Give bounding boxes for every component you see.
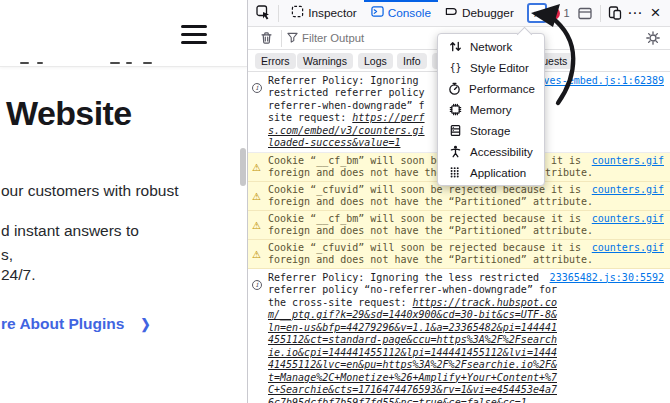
tab-console[interactable]: Console xyxy=(364,0,438,27)
source-link[interactable]: 23365482.js:30:5592 xyxy=(550,272,664,283)
warning-icon: ⚠ xyxy=(252,156,261,175)
filter-tab-errors[interactable]: Errors xyxy=(255,53,296,69)
clipped-nav-text xyxy=(110,62,120,64)
console-message-line: 6c7b95dcfbf7b59f7fd55&nc=true&ce=false&c… xyxy=(268,397,664,403)
menu-item-label: Accessibility xyxy=(470,146,533,158)
request-url[interactable]: C+Searchie&cts=1716474476593&rv=1&vi=e45… xyxy=(268,384,557,395)
menu-item-network[interactable]: Network xyxy=(438,36,544,57)
page-text-line: d instant answers to xyxy=(1,222,139,240)
console-message-line: C+Searchie&cts=1716474476593&rv=1&vi=e45… xyxy=(268,384,664,397)
menu-item-label: Storage xyxy=(470,125,510,137)
request-url[interactable]: ie.io&cpi=144441455112&lpi=144441455112&… xyxy=(268,347,557,358)
console-message-line: ie.io&cpi=144441455112&lpi=144441455112&… xyxy=(268,347,664,360)
more-tabs-button[interactable]: » xyxy=(527,3,548,23)
network-icon xyxy=(448,40,462,53)
console-warning-message: ⚠Cookie “__cf_bm” will soon be rejected … xyxy=(248,211,670,240)
clipped-nav-text xyxy=(37,62,43,64)
request-url[interactable]: https://track.hubspot.co xyxy=(413,297,558,308)
debugger-icon xyxy=(445,5,458,21)
console-warning-message: ⚠Cookie “_cfuvid” will soon be rejected … xyxy=(248,182,670,211)
split-console-icon[interactable] xyxy=(576,2,595,24)
hamburger-menu-icon[interactable] xyxy=(181,25,207,44)
menu-item-memory[interactable]: Memory xyxy=(438,99,544,120)
divider xyxy=(600,5,601,22)
tab-label: Inspector xyxy=(308,6,357,20)
error-count-badge[interactable]: ! 1 xyxy=(547,7,569,20)
website-page: Website our customers with robust d inst… xyxy=(0,0,247,403)
page-text-line: our customers with robust xyxy=(1,182,178,200)
more-about-plugins-link[interactable]: re About Plugins ❯ xyxy=(1,315,151,333)
source-link[interactable]: counters.gif xyxy=(592,184,664,195)
style-editor-icon: {} xyxy=(448,61,462,74)
menu-item-style-editor[interactable]: {}Style Editor xyxy=(438,57,544,78)
more-tools-dropdown: Network{}Style EditorPerformanceMemorySt… xyxy=(437,33,545,186)
devtools-toolbar: Inspector Console Debugger xyxy=(248,0,670,27)
responsive-design-icon[interactable] xyxy=(606,2,625,24)
warning-icon: ⚠ xyxy=(252,243,261,262)
node-picker-icon[interactable] xyxy=(254,2,273,24)
request-url[interactable]: t=Manage%2C+Monetize+%26+Amplify+Your+Co… xyxy=(268,372,557,383)
menu-item-accessibility[interactable]: Accessibility xyxy=(438,141,544,162)
request-url[interactable]: 6c7b95dcfbf7b59f7fd55&nc=true&ce=false&c… xyxy=(268,397,527,403)
clipped-nav-text xyxy=(126,62,132,64)
warning-icon: ⚠ xyxy=(252,185,261,204)
page-header xyxy=(0,0,247,67)
close-devtools-icon[interactable]: × xyxy=(646,2,665,24)
inspector-icon xyxy=(291,5,304,21)
console-message-line: foreign and does not have the “Partition… xyxy=(268,225,664,238)
error-icon: ! xyxy=(547,7,560,20)
source-link[interactable]: counters.gif xyxy=(592,155,664,166)
request-url[interactable]: 41455112&lvc=en&pu=https%3A%2F%2Fsearchi… xyxy=(268,359,557,370)
console-message-line: the cross-site request: https://track.hu… xyxy=(268,297,664,310)
menu-item-application[interactable]: Application xyxy=(438,162,544,183)
tab-label: Console xyxy=(388,6,431,20)
tab-label: Debugger xyxy=(462,6,514,20)
accessibility-icon xyxy=(448,145,462,158)
menu-item-label: Performance xyxy=(469,83,535,95)
storage-icon xyxy=(448,124,462,137)
source-link[interactable]: ives-embed.js:1:62389 xyxy=(538,75,664,86)
tab-debugger[interactable]: Debugger xyxy=(438,0,521,27)
console-message-line: 455112&ct=standard-page&ccu=https%3A%2F%… xyxy=(268,334,664,347)
console-message-line: foreign and does not have the “Partition… xyxy=(268,196,664,209)
request-url[interactable]: https://perf xyxy=(352,112,424,123)
source-link[interactable]: counters.gif xyxy=(592,242,664,253)
meatball-menu-icon[interactable]: ⋯ xyxy=(625,2,646,24)
page-scrollbar-thumb[interactable] xyxy=(240,148,246,186)
menu-item-storage[interactable]: Storage xyxy=(438,120,544,141)
info-icon: i xyxy=(252,75,262,94)
console-message-line: ln=en-us&bfp=44279296&v=1.1&a=23365482&p… xyxy=(268,322,664,335)
request-url[interactable]: ln=en-us&bfp=44279296&v=1.1&a=23365482&p… xyxy=(268,322,557,333)
warning-icon: ⚠ xyxy=(252,214,261,233)
request-url[interactable]: 455112&ct=standard-page&ccu=https%3A%2F%… xyxy=(268,334,557,345)
console-info-message: iReferrer Policy: Ignoring the less rest… xyxy=(248,269,670,403)
console-message-line: foreign and does not have the “Partition… xyxy=(268,254,664,267)
request-url[interactable]: s.com/embed/v3/counters.gi xyxy=(268,125,425,136)
divider xyxy=(281,30,282,47)
clear-console-icon[interactable] xyxy=(256,28,276,48)
console-icon xyxy=(371,5,384,21)
memory-icon xyxy=(448,103,462,116)
request-url[interactable]: m/__ptq.gif?k=29&sd=1440x900&cd=30-bit&c… xyxy=(268,309,557,320)
filter-tab-logs[interactable]: Logs xyxy=(358,53,393,69)
filter-tab-info[interactable]: Info xyxy=(397,53,427,69)
performance-icon xyxy=(448,82,461,95)
page-text-line: s, xyxy=(1,246,13,264)
filter-tab-warnings[interactable]: Warnings xyxy=(297,53,353,69)
clipped-nav-text xyxy=(20,62,29,64)
request-url[interactable]: loaded-success&value=1 xyxy=(268,137,400,148)
settings-gear-icon[interactable] xyxy=(643,28,663,48)
console-warning-message: ⚠Cookie “_cfuvid” will soon be rejected … xyxy=(248,240,670,269)
console-message-line: 41455112&lvc=en&pu=https%3A%2F%2Fsearchi… xyxy=(268,359,664,372)
clipped-nav-text xyxy=(143,62,152,64)
tab-inspector[interactable]: Inspector xyxy=(284,0,364,27)
source-link[interactable]: counters.gif xyxy=(592,213,664,224)
link-label: re About Plugins xyxy=(1,315,124,333)
filter-input[interactable]: Filter Output xyxy=(302,32,364,44)
page-title: Website xyxy=(6,94,132,133)
error-count: 1 xyxy=(563,7,569,19)
page-text-line: 24/7. xyxy=(1,266,35,284)
application-icon xyxy=(448,166,462,179)
menu-item-performance[interactable]: Performance xyxy=(438,78,544,99)
menu-item-label: Style Editor xyxy=(470,62,529,74)
